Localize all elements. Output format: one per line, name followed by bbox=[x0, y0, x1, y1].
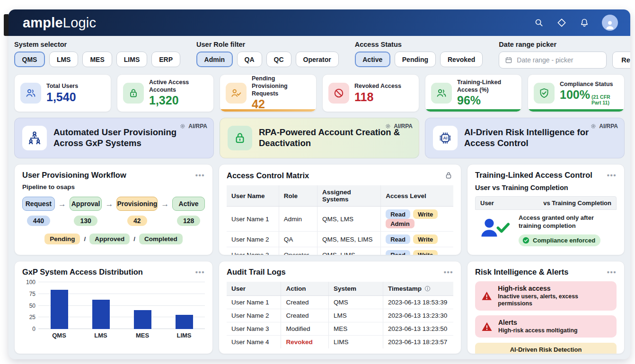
system-chip-erp[interactable]: ERP bbox=[151, 52, 180, 67]
kpi-row: Total Users1,540 Active Access Accounts1… bbox=[9, 74, 630, 112]
y-tick: 50 bbox=[29, 303, 35, 309]
kpi-label: Pending Provisioning Requests bbox=[252, 75, 310, 97]
table-row: User Name 2 Created LMS 2023-06-13 13:23… bbox=[227, 309, 453, 322]
training-col-completion: vs Training Completion bbox=[543, 199, 611, 207]
lock-icon bbox=[127, 87, 140, 99]
more-menu-icon[interactable] bbox=[607, 172, 617, 179]
date-range-placeholder: Date range - picker bbox=[517, 56, 573, 64]
ai-risk-detection-bar: AI-Driven Risk Detection bbox=[475, 343, 617, 354]
column-header: Timestamp bbox=[388, 285, 422, 292]
stage-chip: Provisioning bbox=[116, 197, 158, 211]
system-chip-qms[interactable]: QMS bbox=[14, 52, 45, 67]
stage-chip: Request bbox=[22, 197, 55, 211]
y-axis: 100 75 50 25 0 bbox=[22, 282, 38, 329]
diamond-icon[interactable] bbox=[556, 17, 567, 28]
alert-title: High-risk access bbox=[498, 285, 611, 293]
cell-timestamp: 2023-06-13 13:23:30 bbox=[383, 309, 453, 322]
lock-icon bbox=[444, 171, 453, 180]
system-chip-lms[interactable]: LMS bbox=[49, 52, 79, 67]
alert-desc: High-risk access moltigating bbox=[498, 327, 577, 334]
more-menu-icon[interactable] bbox=[444, 269, 453, 276]
stage-count: 128 bbox=[177, 216, 200, 226]
card-title: Audit Trail Logs bbox=[227, 268, 286, 277]
system-chip-mes[interactable]: MES bbox=[82, 52, 112, 67]
bar-lms bbox=[92, 300, 110, 329]
table-row: User Name 1 Admin QMS, LMS ReadWriteAdmi… bbox=[227, 207, 453, 232]
date-range-label: Date range picker bbox=[499, 41, 630, 48]
date-range-input[interactable]: Date range - picker bbox=[499, 52, 607, 69]
kpi-revoked-access: Revoked Access118 bbox=[322, 74, 419, 112]
kpi-label: Revoked Access bbox=[354, 83, 401, 90]
card-access-control-matrix: Access Control Matrix User Name Role Ass… bbox=[219, 164, 461, 255]
column-header: User bbox=[227, 282, 281, 296]
more-menu-icon[interactable] bbox=[607, 269, 617, 276]
access-badge: Read bbox=[386, 250, 410, 255]
stage-count: 42 bbox=[127, 216, 147, 226]
warning-triangle-icon bbox=[481, 321, 493, 333]
search-icon[interactable] bbox=[534, 17, 544, 28]
cell-user: User Name 1 bbox=[227, 296, 281, 309]
kpi-value: 100% bbox=[560, 88, 590, 102]
system-chip-lims[interactable]: LIMS bbox=[116, 52, 147, 67]
cell-systems: QMS, LIMS bbox=[318, 247, 381, 256]
y-tick: 0 bbox=[32, 326, 35, 332]
ai-rpa-badge: AI/RPA bbox=[590, 123, 618, 130]
card-audit-trail-logs: Audit Trail Logs User Action System Time… bbox=[219, 261, 461, 354]
users-icon bbox=[25, 87, 37, 99]
banner-rpa-account: RPA-Powered Account Creation & Deactivat… bbox=[220, 118, 419, 158]
user-role-filter-label: User Role filter bbox=[196, 41, 339, 48]
role-chip-qa[interactable]: QA bbox=[237, 52, 262, 67]
gear-icon bbox=[179, 123, 186, 130]
more-menu-icon[interactable] bbox=[195, 269, 205, 276]
status-chip-revoked[interactable]: Revoked bbox=[440, 52, 483, 67]
bar-chart: 100 75 50 25 0 bbox=[22, 282, 205, 329]
ai-rpa-label: AI/RPA bbox=[394, 123, 413, 130]
kpi-label: Total Users bbox=[46, 83, 78, 90]
cell-user: User Name 3 bbox=[227, 247, 279, 256]
dashboard: ampleLogic System selector QMS LMS MES L… bbox=[9, 9, 630, 359]
table-row: User Name 2 QA QMS, MES, LIMS ReadWrite bbox=[227, 232, 453, 247]
access-status-label: Access Status bbox=[355, 41, 483, 48]
cell-systems: QMS, LMS bbox=[318, 207, 381, 232]
access-status-group: Access Status Active Pending Revoked bbox=[355, 41, 483, 67]
status-completed-pill: Completed bbox=[139, 234, 183, 244]
card-title: GxP System Access Distribution bbox=[22, 268, 143, 277]
column-header: Role bbox=[279, 185, 317, 207]
table-row: User Name 3 Modified MES 2023-06-13 13:2… bbox=[227, 322, 453, 336]
role-chip-admin[interactable]: Admin bbox=[196, 52, 233, 67]
status-chip-pending[interactable]: Pending bbox=[395, 52, 436, 67]
calendar-icon bbox=[504, 56, 513, 64]
cell-timestamp: 2023-06-13 13:23:50 bbox=[383, 322, 453, 336]
table-row: User Name 3 Operator QMS, LIMS ReadWrite bbox=[227, 247, 453, 256]
role-chip-qc[interactable]: QC bbox=[266, 52, 291, 67]
user-role-filter-group: User Role filter Admin QA QC Operator bbox=[196, 41, 339, 67]
column-header: System bbox=[329, 282, 383, 296]
cell-system: MES bbox=[329, 322, 383, 336]
banner-row: Automated User Provisioning Across GxP S… bbox=[9, 112, 630, 164]
column-header: Assigned Systems bbox=[318, 185, 381, 207]
kpi-suffix: (21 CFR Part 11) bbox=[591, 94, 618, 105]
stage-request: Request 440 bbox=[22, 197, 55, 226]
role-chip-operator[interactable]: Operator bbox=[296, 52, 339, 67]
shield-check-icon bbox=[538, 87, 550, 99]
cell-role: QA bbox=[279, 232, 317, 247]
main-grid: User Provisioning Workflow Pipeline to o… bbox=[9, 164, 630, 359]
more-menu-icon[interactable] bbox=[195, 172, 205, 179]
cell-action: Created bbox=[281, 309, 329, 322]
x-tick: LMS bbox=[80, 332, 122, 339]
ai-rpa-label: AI/RPA bbox=[599, 123, 618, 130]
bell-icon[interactable] bbox=[579, 17, 590, 28]
user-avatar[interactable] bbox=[602, 15, 618, 31]
stage-count: 440 bbox=[27, 216, 50, 226]
cell-system: QMS bbox=[329, 296, 383, 309]
kpi-training-linked: Training-Linked Access (%)96% bbox=[425, 74, 522, 112]
ai-chip-icon: AI bbox=[437, 130, 453, 146]
cell-systems: QMS, MES, LIMS bbox=[318, 232, 381, 247]
cell-user: User Name 4 bbox=[227, 336, 281, 349]
stage-chip: Active bbox=[172, 197, 205, 211]
card-gxp-access-distribution: GxP System Access Distribution 100 75 50… bbox=[14, 261, 213, 354]
reset-button[interactable]: Reset bbox=[612, 52, 630, 69]
access-badge: Write bbox=[413, 250, 438, 255]
workflow-status-legend: Pending/ Approved/ Completed bbox=[22, 234, 205, 244]
status-chip-active[interactable]: Active bbox=[355, 52, 390, 67]
